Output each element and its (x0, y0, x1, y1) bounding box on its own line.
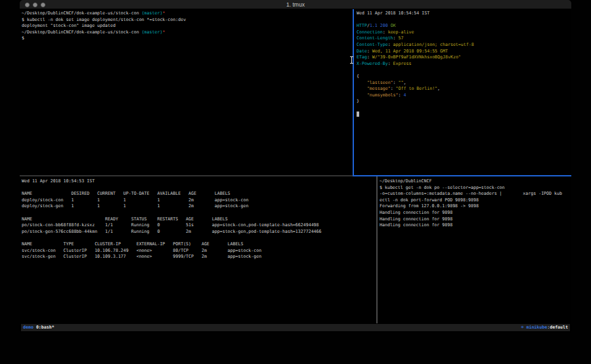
text-segment: : (388, 61, 393, 66)
terminal-line: svc/stock-gen ClusterIP 10.109.3.177 <no… (22, 254, 376, 260)
text-segment: * (162, 10, 165, 16)
text-segment (357, 80, 367, 85)
terminal-line: } (357, 98, 571, 105)
terminal-line: NAME DESIRED CURRENT UP-TO-DATE AVAILABL… (22, 191, 376, 197)
text-segment: -o=custom-columns=:metadata.name --no-he… (380, 191, 562, 196)
text-segment: "lastseen" (367, 80, 393, 85)
text-segment: 57 (399, 35, 404, 41)
terminal-line: "message": "Off to Berlin!", (357, 86, 571, 92)
pane-shell-top-left[interactable]: ~/Desktop/DublinCNCF/dok-example-us/stoc… (20, 9, 353, 175)
terminal-line: Handling connection for 9898 (380, 222, 571, 229)
text-segment: Handling connection for 9898 (380, 222, 452, 228)
terminal-line: po/stock-gen-576cc688bb-44kmn 1/1 Runnin… (22, 229, 376, 235)
terminal-line (22, 235, 376, 241)
terminal-line: $ (22, 35, 353, 42)
text-segment (357, 92, 367, 98)
window-title: 1. tmux (20, 1, 571, 9)
terminal-line: $ kubectl -n dok set image deployment/st… (22, 17, 353, 24)
text-segment: : (391, 86, 396, 91)
kube-context: minikube (523, 325, 547, 330)
pane-kubectl-watch[interactable]: Wed 11 Apr 2018 10:54:53 IST NAME DESIRE… (20, 177, 376, 323)
terminal-line: Forwarding from 127.0.0.1:9898 -> 9898 (380, 203, 571, 210)
terminal-line: deploy/stock-gen 1 1 1 1 2m app=stock-ge… (22, 203, 376, 210)
text-segment: HTTP (357, 23, 367, 28)
mouse-ibeam-cursor (350, 56, 353, 64)
terminal-line: "numsymbols": 4 (357, 92, 571, 99)
terminal-line: Handling connection for 9898 (380, 216, 571, 223)
text-segment: ~/Desktop/DublinCNCF (380, 178, 431, 184)
text-segment: po/stock-con-bb68f88fd-kzsxz 1/1 Running… (22, 222, 319, 228)
text-segment: , (437, 86, 440, 91)
terminal-line: Content-Type: application/json; charset=… (357, 42, 571, 49)
terminal-line: Connection: keep-alive (357, 30, 571, 36)
text-segment: svc/stock-gen ClusterIP 10.109.3.177 <no… (22, 254, 261, 259)
terminal-block-cursor (357, 111, 359, 117)
text-segment: NAME READY STATUS RESTARTS AGE LABELS (22, 216, 228, 222)
text-segment (357, 86, 367, 91)
text-segment: Connection (357, 30, 383, 35)
pane-border-horizontal-inactive[interactable] (20, 175, 353, 176)
text-segment: (master) (142, 10, 163, 16)
text-segment: 200 (380, 23, 388, 28)
terminal-line (357, 105, 571, 111)
terminal-line (357, 111, 571, 118)
text-segment: deployment "stock-con" image updated (22, 23, 116, 28)
terminal-line: X-Powered-By: Express (357, 61, 571, 68)
terminal-line: "lastseen": "", (357, 80, 571, 87)
text-segment: Express (393, 61, 412, 66)
terminal-line: NAME READY STATUS RESTARTS AGE LABELS (22, 216, 376, 223)
pane-border-horizontal-active[interactable] (353, 175, 571, 176)
text-segment: * (162, 30, 165, 35)
text-segment: ectl -n dok port-forward POD 9898:9898 (380, 197, 479, 203)
text-segment: NAME TYPE CLUSTER-IP EXTERNAL-IP PORT(S)… (22, 241, 243, 247)
text-segment: "Off to Berlin!" (396, 86, 438, 91)
terminal-line: ~/Desktop/DublinCNCF/dok-example-us/stoc… (22, 10, 353, 17)
terminal-line: po/stock-con-bb68f88fd-kzsxz 1/1 Running… (22, 222, 376, 229)
terminal-line: Wed 11 Apr 2018 10:54:54 IST (357, 10, 571, 17)
terminal-line: ~/Desktop/DublinCNCF/dok-example-us/stoc… (22, 30, 353, 36)
terminal-line (357, 17, 571, 24)
text-segment: deploy/stock-gen 1 1 1 1 2m app=stock-ge… (22, 203, 248, 209)
text-segment: keep-alive (388, 30, 414, 35)
text-segment: W/"39-0xBPf9aF1dXVNkhsxoBQgJ8vKzo" (372, 54, 461, 60)
text-segment: "" (399, 80, 404, 85)
text-segment: : (367, 49, 372, 54)
text-segment: "message" (367, 86, 391, 91)
terminal-line: svc/stock-con ClusterIP 10.106.78.249 <n… (22, 248, 376, 254)
terminal-line: $ kubectl get -n dok po --selector=app=s… (380, 185, 571, 192)
terminal-window: 1. tmux ~/Desktop/DublinCNCF/dok-example… (20, 0, 571, 333)
terminal-line (22, 210, 376, 216)
status-left: demo 0:bash* (23, 324, 55, 331)
text-segment: 1.1 (370, 23, 378, 28)
terminal-line: ~/Desktop/DublinCNCF (380, 178, 571, 185)
kube-namespace: default (550, 325, 568, 330)
text-segment: Wed 11 Apr 2018 10:54:53 IST (22, 178, 95, 184)
terminal-line: -o=custom-columns=:metadata.name --no-he… (380, 191, 571, 197)
pane-http-response[interactable]: Wed 11 Apr 2018 10:54:54 IST HTTP/1.1 20… (355, 9, 571, 175)
terminal-line: ectl -n dok port-forward POD 9898:9898 (380, 197, 571, 204)
text-segment: , (404, 80, 406, 85)
text-segment: deploy/stock-con 1 1 1 1 2m app=stock-co… (22, 197, 248, 203)
text-segment: ~/Desktop/DublinCNCF/dok-example-us/stoc… (22, 10, 142, 16)
text-segment: Date (357, 49, 367, 54)
text-segment: Content-Type (357, 42, 388, 47)
text-segment: NAME DESIRED CURRENT UP-TO-DATE AVAILABL… (22, 191, 230, 196)
terminal-line: HTTP/1.1 200 OK (357, 23, 571, 30)
pane-port-forward[interactable]: ~/Desktop/DublinCNCF$ kubectl get -n dok… (378, 177, 571, 323)
text-segment: Forwarding from 127.0.0.1:9898 -> 9898 (380, 203, 479, 209)
screen: 1. tmux ~/Desktop/DublinCNCF/dok-example… (0, 0, 591, 364)
text-segment: } (357, 98, 359, 104)
session-name: demo (23, 325, 33, 330)
window-label: 0:bash* (36, 325, 55, 330)
window-titlebar[interactable]: 1. tmux (20, 0, 571, 9)
terminal-line (357, 67, 571, 73)
terminal-line: Content-Length: 57 (357, 35, 571, 42)
text-segment: svc/stock-con ClusterIP 10.106.78.249 <n… (22, 248, 261, 253)
terminal-line: deploy/stock-con 1 1 1 1 2m app=stock-co… (22, 197, 376, 204)
text-segment: Wed 11 Apr 2018 10:54:54 IST (357, 10, 429, 16)
terminal-line: NAME TYPE CLUSTER-IP EXTERNAL-IP PORT(S)… (22, 241, 376, 248)
text-segment: Wed, 11 Apr 2018 09:54:55 GMT (372, 49, 448, 54)
text-segment: { (357, 73, 359, 79)
status-right: ☸ minikube:default (521, 324, 569, 331)
pane-border-vertical-active[interactable] (353, 9, 354, 176)
